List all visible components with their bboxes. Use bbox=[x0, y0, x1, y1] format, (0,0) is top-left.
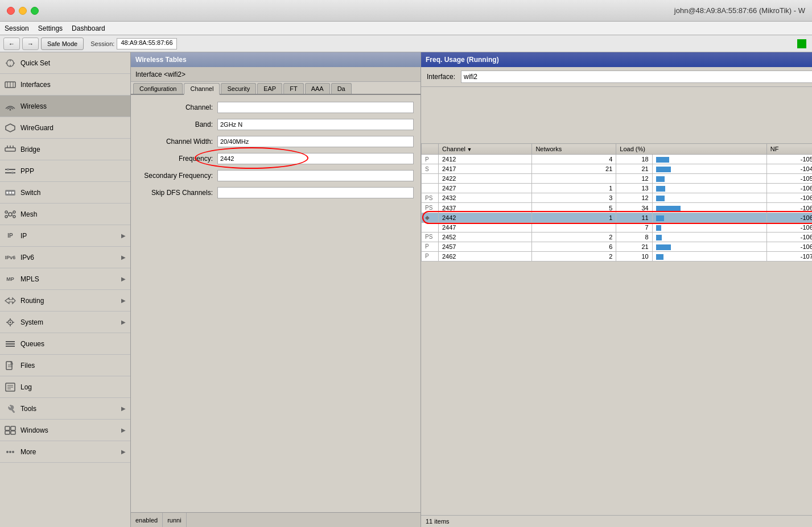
channel-width-input[interactable] bbox=[217, 136, 414, 147]
table-row[interactable]: 2422 12 -105 bbox=[422, 174, 813, 184]
svg-rect-11 bbox=[5, 148, 15, 151]
table-row[interactable]: P 2457 6 21 -106 -86 -90 bbox=[422, 242, 813, 251]
svg-point-20 bbox=[6, 192, 9, 194]
secondary-frequency-label: Secondary Frequency: bbox=[138, 172, 217, 180]
col-load[interactable]: Load (%) bbox=[616, 144, 767, 155]
safe-mode-button[interactable]: Safe Mode bbox=[41, 38, 84, 50]
row-load-bar bbox=[652, 174, 766, 184]
tab-eap[interactable]: EAP bbox=[257, 83, 282, 94]
tools-arrow-icon: ▶ bbox=[121, 405, 126, 412]
row-flag: P bbox=[422, 251, 439, 261]
table-row[interactable]: 2447 7 -106 bbox=[422, 222, 813, 232]
sidebar-item-tools[interactable]: Tools ▶ bbox=[0, 398, 130, 420]
sidebar-item-wireguard[interactable]: WireGuard bbox=[0, 117, 130, 139]
sidebar-item-mpls[interactable]: MP MPLS ▶ bbox=[0, 268, 130, 290]
tab-security[interactable]: Security bbox=[221, 83, 256, 94]
menu-settings[interactable]: Settings bbox=[38, 24, 63, 32]
row-flag: S bbox=[422, 164, 439, 174]
window-title: john@48:A9:8A:55:87:66 (MikroTik) - W bbox=[674, 6, 805, 15]
band-input[interactable] bbox=[217, 119, 414, 130]
tab-channel[interactable]: Channel bbox=[184, 83, 220, 95]
sidebar-item-ip[interactable]: IP IP ▶ bbox=[0, 225, 130, 247]
table-row[interactable]: 2427 1 13 -106 -85 -85 bbox=[422, 184, 813, 193]
svg-point-9 bbox=[10, 109, 11, 110]
maximize-window-button[interactable] bbox=[31, 7, 39, 15]
row-load-num: 7 bbox=[616, 222, 652, 232]
sidebar-wireless-label: Wireless bbox=[20, 102, 126, 110]
interfaces-icon bbox=[5, 80, 16, 89]
svg-point-33 bbox=[10, 321, 11, 323]
col-networks[interactable]: Networks bbox=[532, 144, 616, 155]
table-row[interactable]: PS 2432 3 12 -106 -69 -80 bbox=[422, 193, 813, 203]
sidebar-item-interfaces[interactable]: Interfaces bbox=[0, 74, 130, 96]
tab-aaa[interactable]: AAA bbox=[305, 83, 330, 94]
sidebar-item-bridge[interactable]: Bridge bbox=[0, 139, 130, 160]
row-flag: P bbox=[422, 155, 439, 164]
freq-table-container[interactable]: Channel Networks Load (%) NF Ma... Min. … bbox=[421, 143, 812, 515]
tools-icon bbox=[5, 404, 16, 413]
svg-rect-50 bbox=[5, 431, 10, 434]
frequency-input[interactable] bbox=[217, 153, 414, 164]
svg-rect-49 bbox=[11, 426, 15, 430]
col-channel[interactable]: Channel bbox=[439, 144, 532, 155]
row-networks: 6 bbox=[532, 242, 616, 251]
table-row[interactable]: ◆ 2442 1 11 -106 -50 -50 bbox=[422, 213, 813, 222]
svg-point-53 bbox=[9, 451, 11, 453]
table-header-row: Channel Networks Load (%) NF Ma... Min. … bbox=[422, 144, 813, 155]
row-nf: -106 bbox=[766, 213, 812, 222]
sidebar-item-mesh[interactable]: Mesh bbox=[0, 204, 130, 225]
sidebar-item-system[interactable]: System ▶ bbox=[0, 312, 130, 333]
row-load-bar bbox=[652, 232, 766, 242]
row-load-num: 10 bbox=[616, 251, 652, 261]
skip-dfs-input[interactable] bbox=[217, 187, 414, 198]
row-networks: 21 bbox=[532, 164, 616, 174]
table-row[interactable]: S 2417 21 21 -104 bbox=[422, 164, 813, 174]
traffic-lights bbox=[7, 7, 39, 15]
freq-usage-panel: Freq. Usage (Running) □ ✕ Interface: ▼ S… bbox=[421, 52, 812, 527]
table-row[interactable]: P 2462 2 10 -107 -89 -90 bbox=[422, 251, 813, 261]
sidebar-item-switch[interactable]: Switch bbox=[0, 182, 130, 204]
sidebar-ip-label: IP bbox=[20, 232, 117, 240]
tab-da[interactable]: Da bbox=[331, 83, 352, 94]
row-networks: 5 bbox=[532, 203, 616, 213]
log-icon bbox=[5, 383, 16, 392]
more-arrow-icon: ▶ bbox=[121, 449, 126, 455]
table-row[interactable]: P 2412 4 18 -105 -63 -87 bbox=[422, 155, 813, 164]
close-window-button[interactable] bbox=[7, 7, 15, 15]
sidebar-item-more[interactable]: More ▶ bbox=[0, 441, 130, 463]
tab-ft[interactable]: FT bbox=[283, 83, 303, 94]
row-flag bbox=[422, 184, 439, 193]
channel-width-label: Channel Width: bbox=[138, 138, 217, 146]
sidebar-item-routing[interactable]: Routing ▶ bbox=[0, 290, 130, 312]
sidebar-item-wireless[interactable]: Wireless bbox=[0, 96, 130, 117]
sidebar-windows-label: Windows bbox=[20, 426, 117, 434]
forward-button[interactable]: → bbox=[22, 38, 39, 50]
menu-session[interactable]: Session bbox=[5, 24, 29, 32]
channel-input[interactable] bbox=[217, 102, 414, 113]
col-flag[interactable] bbox=[422, 144, 439, 155]
sidebar-item-files[interactable]: Files bbox=[0, 355, 130, 376]
interface-value-input[interactable] bbox=[461, 70, 812, 83]
sidebar-item-ipv6[interactable]: IPv6 IPv6 ▶ bbox=[0, 247, 130, 268]
row-load-num: 18 bbox=[616, 155, 652, 164]
bridge-icon bbox=[5, 145, 16, 154]
sidebar-item-windows[interactable]: Windows ▶ bbox=[0, 420, 130, 441]
col-nf[interactable]: NF bbox=[766, 144, 812, 155]
tab-configuration[interactable]: Configuration bbox=[133, 83, 183, 94]
sidebar-item-quickset[interactable]: Quick Set bbox=[0, 52, 130, 74]
back-button[interactable]: ← bbox=[3, 38, 20, 50]
sidebar-item-log[interactable]: Log bbox=[0, 376, 130, 398]
minimize-window-button[interactable] bbox=[19, 7, 27, 15]
session-value: 48:A9:8A:55:87:66 bbox=[117, 38, 176, 49]
row-channel: 2447 bbox=[439, 222, 532, 232]
row-flag bbox=[422, 222, 439, 232]
sidebar-item-queues[interactable]: Queues bbox=[0, 333, 130, 355]
row-nf: -106 bbox=[766, 242, 812, 251]
table-row[interactable]: PS 2452 2 8 -106 -79 -84 bbox=[422, 232, 813, 242]
secondary-frequency-input[interactable] bbox=[217, 170, 414, 181]
row-networks: 2 bbox=[532, 251, 616, 261]
sidebar-item-ppp[interactable]: PPP bbox=[0, 160, 130, 182]
tabs-bar: Configuration Channel Security EAP FT AA… bbox=[131, 82, 421, 95]
menu-dashboard[interactable]: Dashboard bbox=[72, 24, 105, 32]
table-row[interactable]: PS 2437 5 34 -106 -78 -88 bbox=[422, 203, 813, 213]
